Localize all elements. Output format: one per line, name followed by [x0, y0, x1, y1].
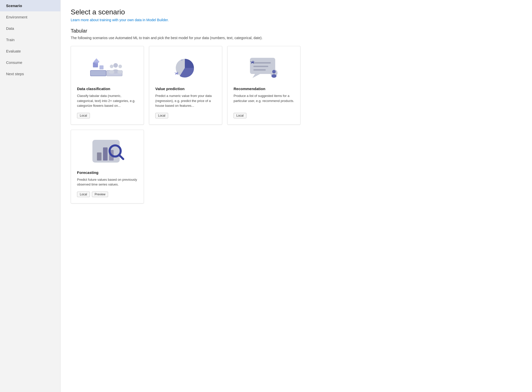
card-recommendation-desc: Produce a list of suggested items for a … [234, 93, 294, 108]
card-forecasting-desc: Predict future values based on previousl… [77, 177, 138, 187]
svg-marker-15 [252, 74, 260, 78]
svg-point-22 [271, 74, 276, 78]
svg-rect-24 [97, 152, 102, 161]
tag-preview-forecasting[interactable]: Preview [92, 192, 108, 197]
learn-more-link[interactable]: Learn more about training with your own … [71, 18, 169, 22]
svg-point-21 [272, 70, 276, 73]
svg-point-10 [109, 70, 114, 74]
card-forecasting-title: Forecasting [77, 170, 138, 175]
card-recommendation-title: Recommendation [234, 87, 294, 91]
sidebar-item-scenario[interactable]: Scenario [0, 0, 60, 11]
svg-line-29 [119, 155, 123, 159]
sidebar-item-evaluate[interactable]: Evaluate [0, 45, 60, 57]
tag-local-recommendation[interactable]: Local [234, 113, 246, 118]
card-value-prediction[interactable]: Value prediction Predict a numeric value… [149, 46, 222, 125]
card-data-classification-tags: Local [77, 113, 138, 118]
sidebar-item-environment[interactable]: Environment [0, 11, 60, 23]
card-forecasting[interactable]: Forecasting Predict future values based … [71, 130, 144, 203]
tabular-section-title: Tabular [71, 28, 522, 34]
card-value-prediction-title: Value prediction [155, 87, 216, 91]
sidebar-item-consume[interactable]: Consume [0, 57, 60, 68]
svg-rect-25 [103, 147, 108, 161]
cards-row-1: Data classification Classify tabular dat… [71, 46, 522, 125]
card-recommendation[interactable]: Recommendation Produce a list of suggest… [227, 46, 300, 125]
card-icon-data-classification [77, 52, 138, 83]
sidebar: Scenario Environment Data Train Evaluate… [0, 0, 61, 392]
cards-row-2: Forecasting Predict future values based … [71, 130, 522, 203]
tag-local-classification[interactable]: Local [77, 113, 90, 118]
card-icon-recommendation [234, 52, 294, 83]
svg-point-8 [117, 70, 123, 74]
card-recommendation-tags: Local [234, 113, 294, 118]
card-icon-forecasting [77, 136, 138, 166]
card-forecasting-tags: Local Preview [77, 192, 138, 197]
tag-local-forecasting[interactable]: Local [77, 192, 90, 197]
card-data-classification[interactable]: Data classification Classify tabular dat… [71, 46, 144, 125]
svg-rect-0 [90, 70, 106, 76]
card-icon-value-prediction [155, 52, 216, 83]
sidebar-item-data[interactable]: Data [0, 23, 60, 34]
sidebar-item-next-steps[interactable]: Next steps [0, 68, 60, 80]
svg-point-7 [118, 65, 122, 68]
sidebar-item-train[interactable]: Train [0, 34, 60, 45]
svg-point-5 [113, 63, 118, 68]
card-value-prediction-tags: Local [155, 113, 216, 118]
card-value-prediction-desc: Predict a numeric value from your data (… [155, 93, 216, 108]
card-data-classification-title: Data classification [77, 87, 138, 91]
svg-point-9 [110, 65, 113, 68]
page-title: Select a scenario [71, 8, 522, 16]
card-data-classification-desc: Classify tabular data (numeric, categori… [77, 93, 138, 108]
tag-local-prediction[interactable]: Local [155, 113, 168, 118]
svg-rect-3 [99, 65, 104, 69]
main-content: Select a scenario Learn more about train… [61, 0, 532, 392]
tabular-section-description: The following scenarios use Automated ML… [71, 36, 522, 40]
